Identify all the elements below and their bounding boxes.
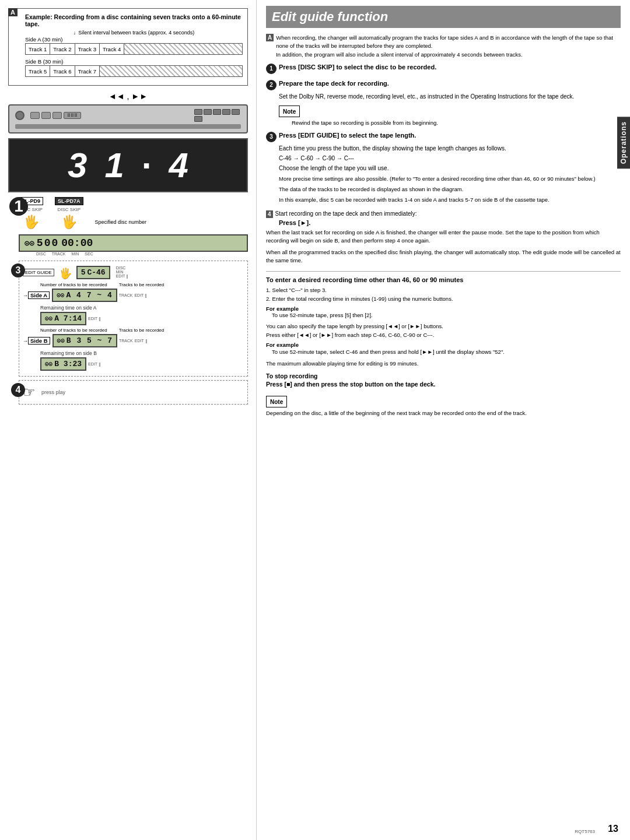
cd-num-2[interactable] [204, 109, 212, 115]
side-b-values: B 3 5 ~ 7 [66, 336, 113, 345]
step3-num: 3 [11, 263, 25, 277]
side-b-time-edit: EDIT ‖ [88, 362, 101, 367]
big-num-dot: · [142, 145, 152, 185]
step3-body3: More precise time settings are also poss… [279, 175, 621, 183]
circle-1: 1 [266, 64, 276, 74]
side-b-time-lcd: ⊙⊙ B 3:23 [40, 357, 86, 371]
note2-text: Depending on the disc, a little of the b… [266, 410, 621, 416]
for-example2: To use 52-minute tape, select C-46 and t… [266, 348, 621, 356]
sub1: 1. Select "C---" in step 3. [266, 286, 621, 294]
c46-disc-num: 5 [81, 268, 86, 277]
tracks-to-be-label: Tracks to be recorded [119, 282, 164, 287]
step3-body4: The data of the tracks to be recorded is… [279, 185, 621, 194]
section-a-label: A [8, 8, 18, 16]
step4-hint: press play [41, 389, 65, 395]
cd-num-6[interactable] [194, 116, 202, 122]
num-tracks-label-b: Number of tracks to be recorded [40, 328, 107, 333]
step4-body1: When the last track set for recording on… [266, 229, 621, 245]
side-a-spinners2: ⊙⊙ [45, 315, 52, 322]
step3-heading: 3 Press [EDIT GUIDE] to select the tape … [266, 132, 621, 142]
tracks-to-be-label-b: Tracks to be recorded [119, 328, 164, 333]
formula-text: C-46 → C-60 → C-90 → C--- [279, 155, 621, 161]
a-badge: A [266, 34, 274, 41]
lcd-track-label: TRACK [52, 252, 66, 256]
track-labels: Number of tracks to be recorded Tracks t… [40, 282, 244, 287]
stop-heading: To stop recording [266, 372, 621, 379]
track-hatched-b [100, 66, 242, 76]
cd-btn-3[interactable] [52, 112, 62, 119]
cd-num-5[interactable] [232, 109, 240, 115]
cd-controls: ⠿⠿⠿ [30, 112, 188, 119]
cd-num-4[interactable] [222, 109, 230, 115]
track-7: Track 7 [75, 66, 100, 76]
track-2: Track 2 [50, 44, 75, 54]
note1-container: Note Rewind the tape so recording is pos… [279, 103, 621, 126]
step2-heading: 2 Prepare the tape deck for recording. [266, 80, 621, 90]
disc-label: DISC [116, 266, 129, 270]
side-a-label: Side A (30 min) [25, 36, 243, 43]
hand-icon-1: 🖐 [23, 215, 39, 230]
edit-guide-label: EDIT GUIDE [23, 269, 54, 276]
step4-badge: 4 [266, 210, 273, 218]
big-num-4: 4 [169, 148, 188, 183]
left-panel: A Example: Recording from a disc contain… [0, 0, 257, 840]
edit-label-a: EDIT ‖ [134, 293, 147, 298]
side-a-row-container: Side A (30 min) Track 1 Track 2 Track 3 … [25, 36, 243, 55]
step1-section: 1 SL-PD9 DISC SKIP 🖐 SL-PD7A DISC SKIP 🖐… [19, 197, 248, 256]
step3-heading-text: Press [EDIT GUIDE] to select the tape le… [279, 132, 416, 139]
num-tracks-label: Number of tracks to be recorded [40, 282, 107, 287]
side-b-time: B 3:23 [54, 360, 82, 368]
side-b-label: Side B (30 min) [25, 58, 243, 65]
step4-body2: When all the programmed tracks on the sp… [266, 248, 621, 265]
section-a-content: Example: Recording from a disc containin… [13, 13, 243, 77]
step2-body: Set the Dolby NR, reverse mode, recordin… [266, 92, 621, 101]
arrow-down-icon: ↓ [74, 30, 76, 36]
cd-player-bar [15, 124, 241, 129]
lcd-display-1: ⊙⊙ 500 00:00 [19, 234, 248, 252]
step4-num: 4 [11, 383, 25, 397]
stop-section: To stop recording Press [■] and then pre… [266, 372, 621, 388]
note2-box: Note [266, 396, 287, 407]
lcd-min-label: MIN [71, 252, 79, 256]
big-num-3: 3 [68, 148, 87, 183]
lcd-500: 500 [37, 237, 59, 249]
top-note-text: When recording, the changer will automat… [276, 34, 621, 59]
step4-heading-text: Start recording on the tape deck and the… [275, 210, 417, 217]
side-b-time-row: ⊙⊙ B 3:23 EDIT ‖ [40, 357, 244, 371]
cd-player-illustration: ⠿⠿⠿ [8, 104, 248, 133]
cd-btn-1[interactable] [30, 112, 40, 119]
cd-num-1[interactable] [194, 109, 202, 115]
for-example-label: For example [266, 305, 621, 312]
track-row-a: Track 1 Track 2 Track 3 Track 4 [25, 43, 243, 55]
side-a-values: A 4 7 ~ 4 [66, 291, 112, 300]
step1-heading-text: Press [DISC SKIP] to select the disc to … [279, 64, 436, 71]
body-also2: Press either [◄◄] or [►►] from each step… [266, 331, 621, 339]
instruction-step1: 1 Press [DISC SKIP] to select the disc t… [266, 64, 621, 74]
cd-disc-small [15, 111, 24, 120]
side-b-spinners2: ⊙⊙ [45, 360, 52, 368]
nav-arrows: ◄◄ , ►► [8, 92, 248, 101]
circle-3: 3 [266, 132, 276, 142]
silent-interval-label: Silent interval between tracks (approx. … [78, 30, 194, 36]
step4-heading-row: 4 Start recording on the tape deck and t… [266, 210, 621, 218]
cd-btn-2[interactable] [41, 112, 51, 119]
side-a-time-edit: EDIT ‖ [88, 317, 101, 321]
edit-label: EDIT ‖ [116, 274, 129, 279]
operations-sidebar: Operations [617, 117, 630, 168]
c46-lcd: 5 C-46 [76, 266, 110, 279]
note2-container: Note Depending on the disc, a little of … [266, 393, 621, 416]
instruction-step2: 2 Prepare the tape deck for recording. S… [266, 80, 621, 126]
device-sl-pd7a: SL-PD7A DISC SKIP 🖐 [55, 197, 83, 230]
for-example2-label: For example [266, 342, 621, 348]
cd-num-3[interactable] [213, 109, 221, 115]
instruction-step3: 3 Press [EDIT GUIDE] to select the tape … [266, 132, 621, 205]
big-num-1: 1 [104, 148, 124, 183]
cd-player-top: ⠿⠿⠿ [15, 109, 241, 122]
remaining-b-row: Remaining time on side B [40, 349, 244, 356]
step2-heading-text: Prepare the tape deck for recording. [279, 80, 389, 87]
cd-btn-grid[interactable]: ⠿⠿⠿ [64, 112, 81, 119]
side-a-indicator-row: → Side A ⊙⊙ A 4 7 ~ 4 TRACK EDIT ‖ [23, 289, 244, 302]
sl-pd7a-sub: DISC SKIP [57, 207, 80, 212]
max-time: The maximum allowable playing time for e… [266, 360, 621, 367]
remaining-a-row: Remaining time on side A [40, 304, 244, 311]
